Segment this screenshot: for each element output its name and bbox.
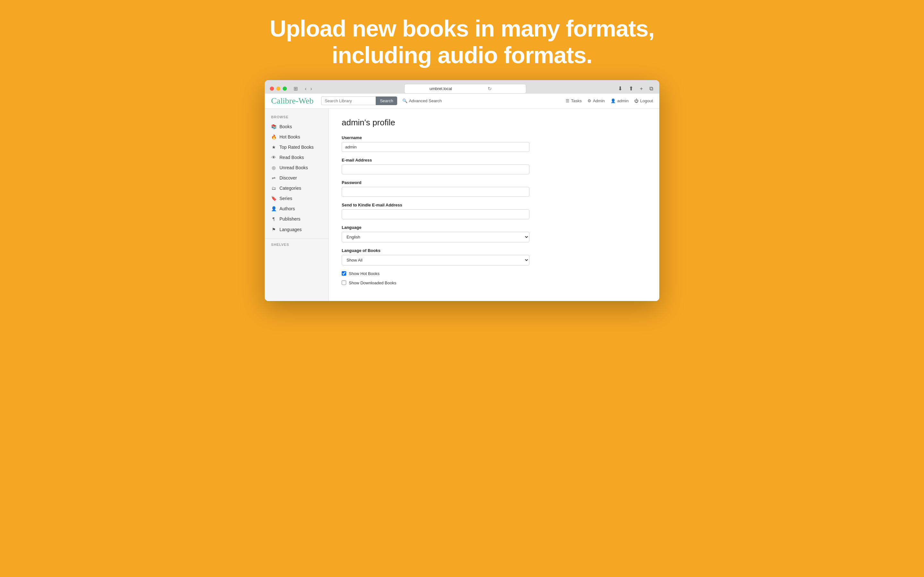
sidebar-item-top-rated[interactable]: ★ Top Rated Books [265,142,328,152]
admin-link[interactable]: ⚙ Admin [588,98,605,103]
browser-chrome: ⊞ ‹ › umbrel.local ↻ ⬇ ⬆ + ⧉ [265,80,659,93]
user-icon: 👤 [611,98,615,103]
series-icon: 🔖 [271,196,276,201]
sidebar-item-publishers[interactable]: ¶ Publishers [265,214,328,224]
logout-icon: ⏻ [634,98,638,103]
password-group: Password [342,180,646,197]
advanced-search-link[interactable]: 🔍 Advanced Search [402,98,442,103]
books-icon: 📚 [271,124,276,129]
browse-section-label: BROWSE [265,115,328,121]
page-title: admin's profile [342,118,646,127]
address-bar-wrap: umbrel.local ↻ [318,84,613,93]
shelves-section-label: SHELVES [265,243,328,249]
email-label: E-mail Address [342,158,646,163]
password-input[interactable] [342,187,529,197]
tabs-icon[interactable]: ⧉ [648,85,654,93]
show-hot-books-label: Show Hot Books [349,271,380,276]
hero-line2: including audio formats. [332,42,592,68]
show-hot-books-checkbox[interactable] [342,271,346,276]
eye-icon: 👁 [271,155,276,160]
sidebar-item-books[interactable]: 📚 Books [265,121,328,132]
sidebar-item-read-books[interactable]: 👁 Read Books [265,152,328,163]
language-books-label: Language of Books [342,248,646,253]
admin-icon: ⚙ [588,98,591,103]
app-header: Calibre-Web Search 🔍 Advanced Search ☰ T… [265,93,659,109]
search-area: Search [321,97,397,105]
sidebar-item-unread-books[interactable]: ◎ Unread Books [265,163,328,173]
language-group: Language English German French Spanish [342,225,646,242]
sidebar-item-languages[interactable]: ⚑ Languages [265,224,328,235]
show-hot-books-group: Show Hot Books [342,271,646,276]
tasks-link[interactable]: ☰ Tasks [565,98,582,103]
username-input[interactable] [342,142,529,152]
hot-icon: 🔥 [271,134,276,139]
app-body: BROWSE 📚 Books 🔥 Hot Books ★ Top Rated B… [265,109,659,301]
user-link[interactable]: 👤 admin [611,98,628,103]
kindle-email-input[interactable] [342,210,529,219]
password-label: Password [342,180,646,185]
sidebar-item-authors[interactable]: 👤 Authors [265,203,328,214]
languages-icon: ⚑ [271,227,276,232]
new-tab-icon[interactable]: + [639,85,644,93]
logout-link[interactable]: ⏻ Logout [634,98,653,103]
author-icon: 👤 [271,206,276,211]
search-icon: 🔍 [402,98,407,103]
minimize-button[interactable] [276,87,280,91]
traffic-lights [270,87,287,91]
categories-icon: 🗂 [271,185,276,191]
language-label: Language [342,225,646,230]
browser-actions: ⬇ ⬆ + ⧉ [617,84,654,93]
sidebar-item-series[interactable]: 🔖 Series [265,193,328,203]
language-books-select[interactable]: Show All English German [342,255,529,266]
close-button[interactable] [270,87,274,91]
publishers-icon: ¶ [271,216,276,222]
eye-slash-icon: ◎ [271,165,276,170]
forward-button[interactable]: › [309,85,313,93]
address-bar[interactable]: umbrel.local ↻ [404,84,526,93]
maximize-button[interactable] [283,87,287,91]
kindle-email-group: Send to Kindle E-mail Address [342,203,646,219]
username-label: Username [342,135,646,140]
url-text: umbrel.local [416,86,465,91]
username-group: Username [342,135,646,152]
back-button[interactable]: ‹ [303,85,308,93]
header-right: ☰ Tasks ⚙ Admin 👤 admin ⏻ Logout [565,98,653,103]
browser-window: ⊞ ‹ › umbrel.local ↻ ⬇ ⬆ + ⧉ Cal [265,80,659,301]
language-select[interactable]: English German French Spanish [342,232,529,242]
sidebar-divider [265,239,328,239]
sidebar-item-discover[interactable]: ⇌ Discover [265,173,328,183]
search-button[interactable]: Search [376,97,397,105]
tasks-icon: ☰ [565,98,569,103]
hero-line1: Upload new books in many formats, [270,16,654,41]
nav-buttons: ‹ › [303,85,314,93]
search-input[interactable] [321,97,376,105]
app-logo[interactable]: Calibre-Web [271,96,313,106]
show-downloaded-books-label: Show Downloaded Books [349,280,396,285]
sidebar: BROWSE 📚 Books 🔥 Hot Books ★ Top Rated B… [265,109,329,301]
reload-icon[interactable]: ↻ [465,86,514,92]
star-icon: ★ [271,145,276,150]
download-icon[interactable]: ⬇ [617,84,624,93]
email-input[interactable] [342,164,529,174]
share-icon[interactable]: ⬆ [628,84,634,93]
email-group: E-mail Address [342,158,646,174]
show-downloaded-books-checkbox[interactable] [342,280,346,285]
language-books-group: Language of Books Show All English Germa… [342,248,646,266]
main-content: admin's profile Username E-mail Address … [329,109,659,301]
hero-section: Upload new books in many formats, includ… [0,0,924,80]
sidebar-item-categories[interactable]: 🗂 Categories [265,183,328,193]
sidebar-toggle-button[interactable]: ⊞ [292,85,299,93]
discover-icon: ⇌ [271,175,276,181]
sidebar-item-hot-books[interactable]: 🔥 Hot Books [265,132,328,142]
show-downloaded-books-group: Show Downloaded Books [342,280,646,285]
kindle-email-label: Send to Kindle E-mail Address [342,203,646,207]
